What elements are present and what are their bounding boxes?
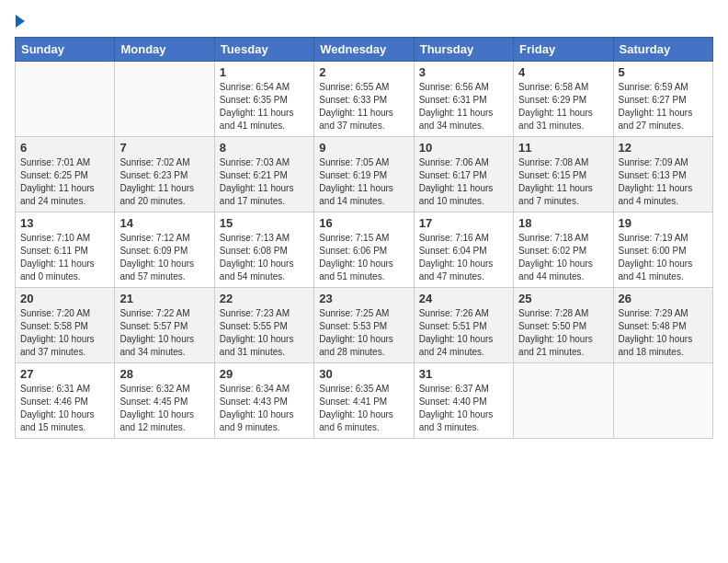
day-header-tuesday: Tuesday [214,38,313,62]
calendar-cell: 22Sunrise: 7:23 AMSunset: 5:55 PMDayligh… [214,288,313,363]
calendar-cell: 11Sunrise: 7:08 AMSunset: 6:15 PMDayligh… [514,137,613,213]
day-number: 10 [419,141,508,155]
calendar-cell: 15Sunrise: 7:13 AMSunset: 6:08 PMDayligh… [214,213,313,288]
day-info: Sunrise: 7:06 AMSunset: 6:17 PMDaylight:… [419,156,508,208]
calendar-cell: 20Sunrise: 7:20 AMSunset: 5:58 PMDayligh… [16,288,115,363]
day-info: Sunrise: 7:02 AMSunset: 6:23 PMDaylight:… [119,156,209,208]
week-row-5: 27Sunrise: 6:31 AMSunset: 4:46 PMDayligh… [16,363,713,439]
day-number: 20 [20,292,109,305]
day-number: 2 [319,65,408,79]
day-number: 31 [419,367,508,381]
day-number: 11 [518,141,608,155]
day-info: Sunrise: 7:01 AMSunset: 6:25 PMDaylight:… [20,156,109,208]
calendar-cell: 31Sunrise: 6:37 AMSunset: 4:40 PMDayligh… [414,363,513,439]
day-info: Sunrise: 7:29 AMSunset: 5:48 PMDaylight:… [619,307,708,359]
day-info: Sunrise: 6:55 AMSunset: 6:33 PMDaylight:… [319,81,408,132]
day-number: 9 [319,141,408,155]
calendar-cell: 3Sunrise: 6:56 AMSunset: 6:31 PMDaylight… [414,62,513,137]
calendar-cell: 7Sunrise: 7:02 AMSunset: 6:23 PMDaylight… [115,137,214,213]
day-info: Sunrise: 6:32 AMSunset: 4:45 PMDaylight:… [119,383,209,434]
day-info: Sunrise: 7:08 AMSunset: 6:15 PMDaylight:… [518,156,608,208]
day-number: 5 [619,65,708,79]
calendar-table: SundayMondayTuesdayWednesdayThursdayFrid… [15,37,713,439]
calendar-cell [115,62,214,137]
calendar-cell: 8Sunrise: 7:03 AMSunset: 6:21 PMDaylight… [214,137,313,213]
calendar-cell: 5Sunrise: 6:59 AMSunset: 6:27 PMDaylight… [613,62,712,137]
day-number: 7 [119,141,209,155]
calendar-cell: 23Sunrise: 7:25 AMSunset: 5:53 PMDayligh… [314,288,414,363]
day-number: 26 [619,292,708,305]
calendar-cell: 16Sunrise: 7:15 AMSunset: 6:06 PMDayligh… [314,213,414,288]
day-number: 16 [319,216,408,230]
day-number: 24 [419,292,508,305]
calendar-cell: 12Sunrise: 7:09 AMSunset: 6:13 PMDayligh… [613,137,712,213]
calendar-cell: 26Sunrise: 7:29 AMSunset: 5:48 PMDayligh… [613,288,712,363]
calendar-cell [514,363,613,439]
calendar-cell [16,62,115,137]
day-number: 3 [419,65,508,79]
calendar-cell: 6Sunrise: 7:01 AMSunset: 6:25 PMDaylight… [16,137,115,213]
calendar-cell: 24Sunrise: 7:26 AMSunset: 5:51 PMDayligh… [414,288,513,363]
logo-wrap [15,15,25,28]
day-info: Sunrise: 7:16 AMSunset: 6:04 PMDaylight:… [419,232,508,283]
day-info: Sunrise: 6:34 AMSunset: 4:43 PMDaylight:… [220,383,309,434]
day-info: Sunrise: 7:28 AMSunset: 5:50 PMDaylight:… [518,307,608,359]
day-info: Sunrise: 7:05 AMSunset: 6:19 PMDaylight:… [319,156,408,208]
day-header-thursday: Thursday [414,38,513,62]
calendar-cell: 1Sunrise: 6:54 AMSunset: 6:35 PMDaylight… [214,62,313,137]
day-number: 28 [119,367,209,381]
day-info: Sunrise: 6:31 AMSunset: 4:46 PMDaylight:… [20,383,109,434]
day-info: Sunrise: 6:56 AMSunset: 6:31 PMDaylight:… [419,81,508,132]
day-number: 29 [220,367,309,381]
day-header-friday: Friday [514,38,613,62]
day-info: Sunrise: 7:15 AMSunset: 6:06 PMDaylight:… [319,232,408,283]
logo [15,15,25,28]
day-number: 15 [220,216,309,230]
week-row-1: 1Sunrise: 6:54 AMSunset: 6:35 PMDaylight… [16,62,713,137]
day-number: 17 [419,216,508,230]
day-number: 30 [319,367,408,381]
day-number: 8 [220,141,309,155]
header-row: SundayMondayTuesdayWednesdayThursdayFrid… [16,38,713,62]
week-row-4: 20Sunrise: 7:20 AMSunset: 5:58 PMDayligh… [16,288,713,363]
calendar-cell [613,363,712,439]
day-info: Sunrise: 7:20 AMSunset: 5:58 PMDaylight:… [20,307,109,359]
day-number: 23 [319,292,408,305]
logo-triangle-icon [16,15,25,28]
day-number: 13 [20,216,109,230]
day-number: 22 [220,292,309,305]
day-number: 1 [220,65,309,79]
day-info: Sunrise: 7:03 AMSunset: 6:21 PMDaylight:… [220,156,309,208]
calendar-cell: 30Sunrise: 6:35 AMSunset: 4:41 PMDayligh… [314,363,414,439]
calendar-cell: 27Sunrise: 6:31 AMSunset: 4:46 PMDayligh… [16,363,115,439]
day-info: Sunrise: 7:13 AMSunset: 6:08 PMDaylight:… [220,232,309,283]
calendar-cell: 19Sunrise: 7:19 AMSunset: 6:00 PMDayligh… [613,213,712,288]
week-row-2: 6Sunrise: 7:01 AMSunset: 6:25 PMDaylight… [16,137,713,213]
day-number: 6 [20,141,109,155]
calendar-cell: 21Sunrise: 7:22 AMSunset: 5:57 PMDayligh… [115,288,214,363]
calendar-cell: 25Sunrise: 7:28 AMSunset: 5:50 PMDayligh… [514,288,613,363]
calendar-cell: 28Sunrise: 6:32 AMSunset: 4:45 PMDayligh… [115,363,214,439]
header [15,15,713,28]
day-number: 12 [619,141,708,155]
day-info: Sunrise: 6:35 AMSunset: 4:41 PMDaylight:… [319,383,408,434]
day-info: Sunrise: 7:25 AMSunset: 5:53 PMDaylight:… [319,307,408,359]
day-info: Sunrise: 6:37 AMSunset: 4:40 PMDaylight:… [419,383,508,434]
day-info: Sunrise: 7:10 AMSunset: 6:11 PMDaylight:… [20,232,109,283]
day-info: Sunrise: 7:18 AMSunset: 6:02 PMDaylight:… [518,232,608,283]
calendar-cell: 13Sunrise: 7:10 AMSunset: 6:11 PMDayligh… [16,213,115,288]
day-number: 14 [119,216,209,230]
day-info: Sunrise: 6:59 AMSunset: 6:27 PMDaylight:… [619,81,708,132]
calendar-cell: 4Sunrise: 6:58 AMSunset: 6:29 PMDaylight… [514,62,613,137]
day-info: Sunrise: 7:09 AMSunset: 6:13 PMDaylight:… [619,156,708,208]
day-number: 25 [518,292,608,305]
day-header-monday: Monday [115,38,214,62]
day-info: Sunrise: 6:54 AMSunset: 6:35 PMDaylight:… [220,81,309,132]
calendar-cell: 2Sunrise: 6:55 AMSunset: 6:33 PMDaylight… [314,62,414,137]
calendar-cell: 10Sunrise: 7:06 AMSunset: 6:17 PMDayligh… [414,137,513,213]
day-header-wednesday: Wednesday [314,38,414,62]
day-number: 19 [619,216,708,230]
calendar-cell: 18Sunrise: 7:18 AMSunset: 6:02 PMDayligh… [514,213,613,288]
day-number: 27 [20,367,109,381]
day-info: Sunrise: 7:26 AMSunset: 5:51 PMDaylight:… [419,307,508,359]
